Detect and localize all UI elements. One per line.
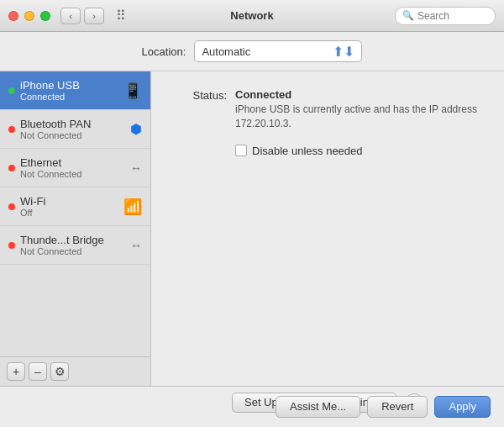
add-connection-button[interactable]: +	[7, 362, 25, 381]
item-name: Thunde...t Bridge	[20, 234, 130, 246]
ethernet-icon: ↔	[130, 161, 142, 175]
item-text: Bluetooth PAN Not Connected	[20, 118, 130, 140]
bluetooth-icon: ⬢	[130, 121, 142, 137]
apply-button[interactable]: Apply	[434, 396, 491, 418]
close-button[interactable]	[8, 11, 18, 21]
settings-button[interactable]: ⚙	[50, 362, 69, 381]
status-dot-red	[8, 165, 15, 171]
sidebar-item-bluetooth-pan[interactable]: Bluetooth PAN Not Connected ⬢	[0, 110, 150, 149]
disable-checkbox-label: Disable unless needed	[252, 145, 363, 157]
title-bar: ‹ › ⠿ Network 🔍	[0, 0, 504, 32]
minimize-button[interactable]	[24, 11, 34, 21]
grid-button[interactable]: ⠿	[111, 8, 131, 24]
location-value: Automatic	[202, 45, 250, 58]
remove-connection-button[interactable]: –	[29, 362, 47, 381]
phone-icon: 📱	[123, 82, 142, 100]
maximize-button[interactable]	[40, 11, 50, 21]
sidebar-item-iphone-usb[interactable]: iPhone USB Connected 📱	[0, 71, 150, 110]
location-dropdown[interactable]: Automatic ⬆⬇	[194, 40, 362, 62]
search-bar[interactable]: 🔍	[395, 7, 496, 25]
traffic-lights	[8, 11, 50, 21]
assist-me-button[interactable]: Assist Me...	[276, 396, 360, 418]
item-name: Ethernet	[20, 156, 130, 169]
search-icon: 🔍	[402, 10, 414, 21]
status-dot-green	[8, 87, 15, 94]
status-description-text: iPhone USB is currently active and has t…	[235, 103, 479, 131]
forward-button[interactable]: ›	[84, 8, 104, 24]
item-text: Wi-Fi Off	[20, 195, 123, 218]
location-bar: Location: Automatic ⬆⬇	[0, 32, 504, 71]
item-text: Thunde...t Bridge Not Connected	[20, 234, 130, 256]
item-name: Bluetooth PAN	[20, 118, 130, 130]
item-name: iPhone USB	[20, 79, 123, 92]
item-status: Not Connected	[20, 246, 130, 256]
item-status: Connected	[20, 92, 123, 102]
item-text: iPhone USB Connected	[20, 79, 123, 102]
item-text: Ethernet Not Connected	[20, 156, 130, 179]
status-value-block: Connected iPhone USB is currently active…	[235, 88, 479, 131]
sidebar-item-thunderbolt-bridge[interactable]: Thunde...t Bridge Not Connected ↔	[0, 226, 150, 265]
disable-checkbox[interactable]	[235, 145, 247, 156]
sidebar-item-wifi[interactable]: Wi-Fi Off 📶	[0, 187, 150, 226]
back-button[interactable]: ‹	[60, 8, 81, 24]
status-connected-text: Connected	[235, 88, 479, 101]
item-status: Not Connected	[20, 130, 130, 140]
status-dot-red	[8, 126, 15, 133]
item-name: Wi-Fi	[20, 195, 123, 208]
sidebar: iPhone USB Connected 📱 Bluetooth PAN Not…	[0, 71, 151, 386]
nav-buttons: ‹ ›	[60, 8, 104, 24]
thunderbolt-icon: ↔	[130, 239, 142, 252]
detail-panel: Status: Connected iPhone USB is currentl…	[151, 71, 504, 386]
status-label: Status:	[176, 88, 227, 102]
sidebar-toolbar: + – ⚙	[0, 356, 150, 386]
search-input[interactable]	[417, 10, 488, 22]
item-status: Off	[20, 208, 123, 218]
wifi-icon: 📶	[123, 198, 142, 216]
sidebar-item-ethernet[interactable]: Ethernet Not Connected ↔	[0, 149, 150, 187]
status-dot-red	[8, 203, 15, 210]
disable-checkbox-row[interactable]: Disable unless needed	[235, 145, 479, 157]
revert-button[interactable]: Revert	[367, 396, 428, 418]
main-content: iPhone USB Connected 📱 Bluetooth PAN Not…	[0, 71, 504, 386]
window-title: Network	[230, 9, 273, 22]
status-dot-red	[8, 242, 15, 249]
dropdown-arrow-icon: ⬆⬇	[333, 44, 354, 60]
item-status: Not Connected	[20, 169, 130, 179]
status-row: Status: Connected iPhone USB is currentl…	[176, 88, 479, 131]
location-label: Location:	[142, 45, 186, 58]
